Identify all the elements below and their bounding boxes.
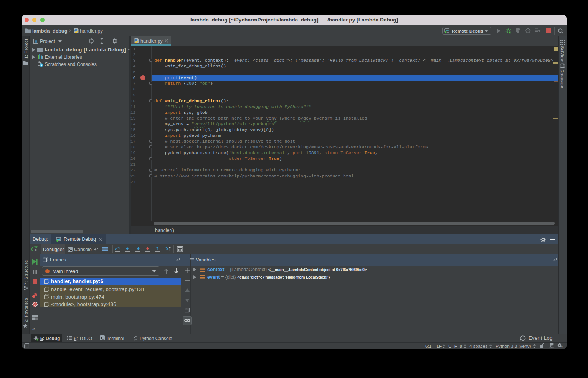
- svg-text:?: ?: [561, 345, 563, 348]
